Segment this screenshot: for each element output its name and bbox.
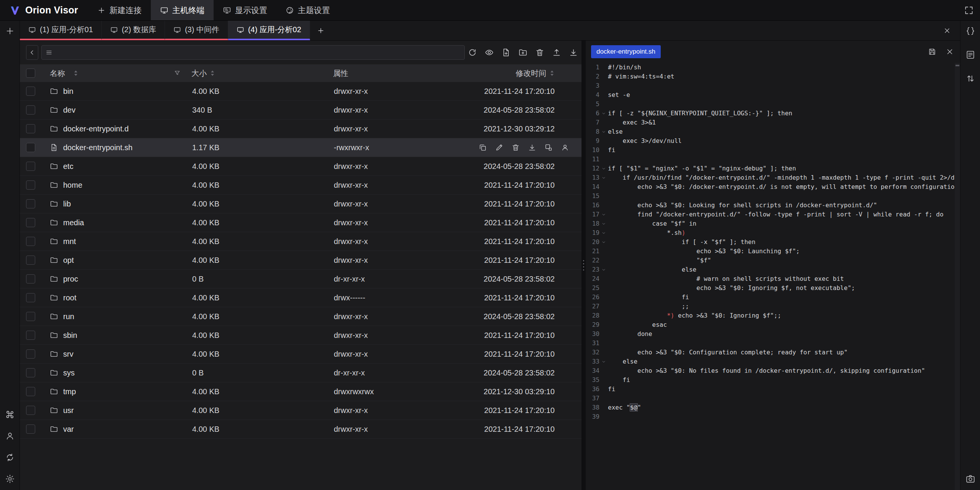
code-text[interactable]: fi: [608, 146, 955, 155]
row-checkbox[interactable]: [26, 312, 35, 321]
code-text[interactable]: echo >&3 "$0: Configuration complete; re…: [608, 348, 955, 357]
code-text[interactable]: *.sh): [608, 228, 955, 238]
code-area[interactable]: 1#!/bin/sh2# vim:sw=4:ts=4:et34set -e56i…: [586, 63, 955, 490]
add-tab-button[interactable]: [310, 21, 332, 40]
file-row-sys[interactable]: sys0 Bdr-xr-xr-x2024-05-28 23:58:02: [20, 364, 581, 382]
code-text[interactable]: # warn on shell scripts without exec bit: [608, 274, 955, 284]
row-checkbox[interactable]: [26, 406, 35, 415]
nav-theme-settings[interactable]: 主题设置: [276, 0, 339, 20]
code-text[interactable]: if [ -z "${NGINX_ENTRYPOINT_QUIET_LOGS:-…: [608, 109, 955, 118]
code-text[interactable]: else: [608, 127, 955, 136]
save-button[interactable]: [928, 48, 936, 56]
panel-splitter[interactable]: [581, 41, 586, 490]
column-attr[interactable]: 属性: [333, 68, 348, 79]
code-text[interactable]: *) echo >&3 "$0: Ignoring $f";;: [608, 311, 955, 320]
code-text[interactable]: [608, 192, 955, 201]
transfer-button[interactable]: [5, 452, 15, 462]
delete-button[interactable]: [511, 143, 520, 152]
file-name[interactable]: bin: [63, 87, 74, 96]
new-folder-button[interactable]: [518, 48, 528, 57]
code-snippets-button[interactable]: [965, 26, 975, 36]
file-row-home[interactable]: home4.00 KBdrwxr-xr-x2021-11-24 17:20:10: [20, 176, 581, 195]
download-button[interactable]: [528, 143, 536, 152]
editor-scrollbar[interactable]: [955, 63, 960, 490]
code-text[interactable]: [608, 394, 955, 403]
transfer-list-button[interactable]: [965, 74, 975, 84]
code-text[interactable]: echo >&3 "$0: Ignoring $f, not executabl…: [608, 284, 955, 293]
file-row-dev[interactable]: dev340 Bdrwxr-xr-x2024-05-28 23:58:02: [20, 101, 581, 120]
file-name[interactable]: opt: [63, 256, 74, 265]
toggle-hidden-files-button[interactable]: [485, 48, 494, 57]
code-text[interactable]: fi: [608, 385, 955, 394]
settings-button[interactable]: [5, 474, 15, 484]
file-name[interactable]: sbin: [63, 331, 77, 340]
file-row-srv[interactable]: srv4.00 KBdrwxr-xr-x2021-11-24 17:20:10: [20, 345, 581, 364]
code-text[interactable]: #!/bin/sh: [608, 63, 955, 72]
sort-icon[interactable]: [73, 70, 78, 77]
fold-chevron-icon[interactable]: [599, 173, 608, 182]
file-row-root[interactable]: root4.00 KBdrwx------2021-11-24 17:20:10: [20, 288, 581, 307]
fold-chevron-icon[interactable]: [599, 357, 608, 366]
code-text[interactable]: "$f": [608, 256, 955, 265]
code-text[interactable]: else: [608, 357, 955, 366]
file-name[interactable]: var: [63, 425, 74, 434]
row-checkbox[interactable]: [26, 387, 35, 396]
fold-chevron-icon[interactable]: [599, 219, 608, 228]
code-text[interactable]: esac: [608, 320, 955, 329]
fold-chevron-icon[interactable]: [599, 210, 608, 219]
sort-icon[interactable]: [210, 70, 215, 77]
select-all-checkbox[interactable]: [26, 69, 35, 78]
file-name[interactable]: media: [63, 218, 84, 227]
permissions-button[interactable]: [561, 143, 569, 152]
row-checkbox[interactable]: [26, 424, 35, 434]
command-list-button[interactable]: [965, 50, 975, 60]
edit-button[interactable]: [495, 143, 503, 152]
code-text[interactable]: echo >&3 "$0: No files found in /docker-…: [608, 366, 955, 375]
row-checkbox[interactable]: [26, 368, 35, 377]
column-mtime[interactable]: 修改时间: [516, 68, 546, 79]
file-name[interactable]: mnt: [63, 237, 76, 246]
code-text[interactable]: echo >&3 "$0: Launching $f";: [608, 247, 955, 256]
row-checkbox[interactable]: [26, 237, 35, 246]
new-file-button[interactable]: [501, 48, 511, 57]
row-checkbox[interactable]: [26, 331, 35, 340]
file-name[interactable]: home: [63, 181, 82, 190]
upload-button[interactable]: [552, 48, 561, 57]
code-text[interactable]: [608, 339, 955, 348]
code-text[interactable]: [608, 100, 955, 109]
row-checkbox[interactable]: [26, 143, 35, 152]
file-row-docker-entrypoint.d[interactable]: docker-entrypoint.d4.00 KBdrwxr-xr-x2021…: [20, 120, 581, 138]
command-snippets-button[interactable]: [5, 410, 15, 420]
code-text[interactable]: [608, 412, 955, 421]
fold-chevron-icon[interactable]: [599, 238, 608, 247]
terminal-tab-3[interactable]: (3) 中间件: [165, 21, 228, 40]
refresh-button[interactable]: [468, 48, 477, 57]
row-checkbox[interactable]: [26, 293, 35, 302]
row-checkbox[interactable]: [26, 162, 35, 171]
fold-chevron-icon[interactable]: [599, 228, 608, 238]
terminal-tab-4[interactable]: (4) 应用-分析02: [228, 21, 310, 40]
file-name[interactable]: tmp: [63, 387, 76, 396]
file-name[interactable]: docker-entrypoint.sh: [63, 143, 132, 152]
filter-icon[interactable]: [174, 70, 181, 77]
delete-button[interactable]: [535, 48, 544, 57]
code-text[interactable]: case "$f" in: [608, 219, 955, 228]
terminal-tab-2[interactable]: (2) 数据库: [102, 21, 165, 40]
file-row-bin[interactable]: bin4.00 KBdrwxr-xr-x2021-11-24 17:20:10: [20, 82, 581, 101]
code-text[interactable]: echo >&3 "$0: Looking for shell scripts …: [608, 201, 955, 210]
copy-path-button[interactable]: [479, 143, 487, 152]
fold-chevron-icon[interactable]: [599, 109, 608, 118]
file-name[interactable]: sys: [63, 369, 75, 377]
code-text[interactable]: ;;: [608, 302, 955, 311]
file-name[interactable]: docker-entrypoint.d: [63, 125, 129, 133]
file-row-media[interactable]: media4.00 KBdrwxr-xr-x2021-11-24 17:20:1…: [20, 213, 581, 232]
code-text[interactable]: else: [608, 265, 955, 274]
file-row-sbin[interactable]: sbin4.00 KBdrwxr-xr-x2021-11-24 17:20:10: [20, 326, 581, 345]
file-row-lib[interactable]: lib4.00 KBdrwxr-xr-x2021-11-24 17:20:10: [20, 195, 581, 213]
column-size[interactable]: 大小: [191, 68, 207, 79]
file-name[interactable]: usr: [63, 406, 74, 415]
file-row-etc[interactable]: etc4.00 KBdrwxr-xr-x2024-05-28 23:58:02: [20, 157, 581, 176]
code-text[interactable]: if [ -x "$f" ]; then: [608, 238, 955, 247]
row-checkbox[interactable]: [26, 256, 35, 265]
code-text[interactable]: fi: [608, 375, 955, 385]
